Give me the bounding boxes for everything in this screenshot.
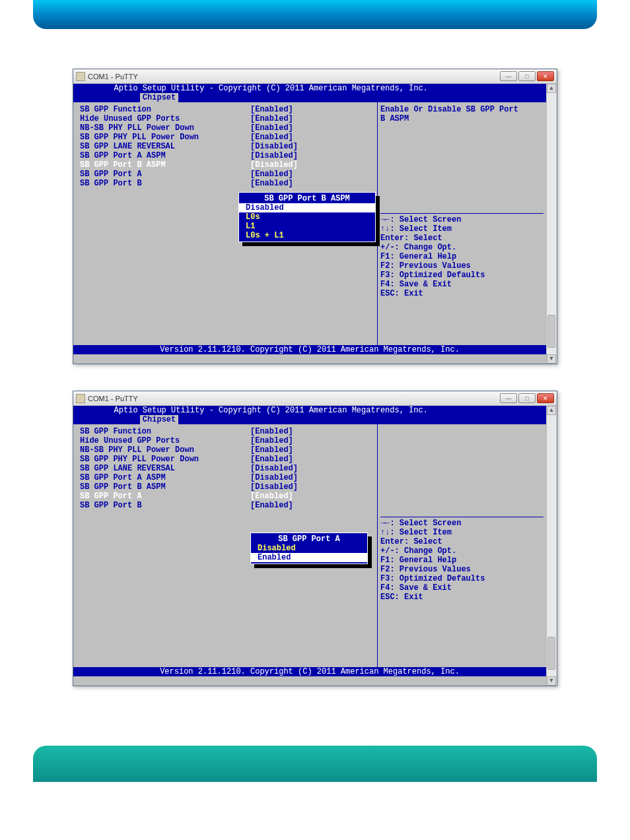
document-content: COM1 - PuTTY — □ ✕ Aptio Setup Utility -… (0, 29, 630, 746)
popup-option[interactable]: L1 (243, 222, 371, 231)
bios-header: Aptio Setup Utility - Copyright (C) 2011… (73, 406, 546, 415)
nav-hint: F3: Optimized Defaults (380, 271, 543, 280)
bios-footer: Version 2.11.1210. Copyright (C) 2011 Am… (73, 667, 546, 676)
nav-hint: F1: General Help (380, 556, 543, 565)
help-panel: Enable Or Disable SB GPP Port B ASPM →←:… (377, 102, 546, 345)
setting-row[interactable]: Hide Unused GPP Ports[Enabled] (80, 114, 374, 123)
nav-hint: Enter: Select (380, 537, 543, 546)
window-titlebar[interactable]: COM1 - PuTTY — □ ✕ (73, 69, 557, 84)
setting-row[interactable]: NB-SB PHY PLL Power Down[Enabled] (80, 445, 374, 455)
maximize-button[interactable]: □ (518, 393, 536, 403)
terminal-area: Aptio Setup Utility - Copyright (C) 2011… (73, 406, 557, 686)
nav-hint: →←: Select Screen (380, 215, 543, 224)
bios-tab-row: Chipset (73, 93, 546, 102)
window-titlebar[interactable]: COM1 - PuTTY — □ ✕ (73, 391, 557, 406)
tab-chipset[interactable]: Chipset (140, 93, 178, 102)
nav-hint: F4: Save & Exit (380, 583, 543, 593)
scroll-thumb[interactable] (547, 315, 555, 348)
close-button[interactable]: ✕ (537, 393, 554, 403)
popup-title: SB GPP Port A (255, 534, 363, 544)
popup-title: SB GPP Port B ASPM (243, 194, 371, 203)
setting-row[interactable]: SB GPP PHY PLL Power Down[Enabled] (80, 133, 374, 142)
nav-hint: ESC: Exit (380, 289, 543, 298)
nav-hint: ESC: Exit (380, 593, 543, 602)
popup-option[interactable]: Disabled (255, 544, 363, 553)
nav-hint: ↑↓: Select Item (380, 528, 543, 537)
nav-hint: Enter: Select (380, 234, 543, 243)
scroll-up-icon[interactable]: ▲ (547, 84, 556, 93)
setting-row[interactable]: Hide Unused GPP Ports[Enabled] (80, 436, 374, 445)
popup-option-selected[interactable]: Disabled (239, 203, 375, 212)
setting-row-selected[interactable]: SB GPP Port B ASPM[Disabled] (80, 160, 374, 170)
bios-footer: Version 2.11.1210. Copyright (C) 2011 Am… (73, 345, 546, 354)
setting-row[interactable]: SB GPP Function[Enabled] (80, 427, 374, 436)
popup-port-a: SB GPP Port A Disabled Enabled (250, 533, 368, 564)
setting-row[interactable]: SB GPP Port B[Enabled] (80, 179, 374, 188)
popup-aspm: SB GPP Port B ASPM Disabled L0s L1 L0s +… (238, 192, 376, 242)
vertical-scrollbar[interactable]: ▲ ▼ (546, 84, 557, 364)
window-title: COM1 - PuTTY (88, 395, 138, 403)
popup-option[interactable]: L0s (243, 212, 371, 222)
vertical-scrollbar[interactable]: ▲ ▼ (546, 406, 557, 686)
scroll-thumb[interactable] (547, 637, 555, 670)
help-panel: →←: Select Screen ↑↓: Select Item Enter:… (377, 424, 546, 667)
scroll-down-icon[interactable]: ▼ (547, 354, 556, 364)
page-footer-banner (33, 746, 597, 782)
setting-row[interactable]: NB-SB PHY PLL Power Down[Enabled] (80, 123, 374, 133)
terminal-area: Aptio Setup Utility - Copyright (C) 2011… (73, 84, 557, 364)
scroll-up-icon[interactable]: ▲ (547, 406, 556, 415)
putty-icon (76, 72, 85, 81)
close-button[interactable]: ✕ (537, 71, 554, 81)
setting-row[interactable]: SB GPP Function[Enabled] (80, 105, 374, 114)
bios-tab-row: Chipset (73, 415, 546, 424)
popup-option-selected[interactable]: Enabled (251, 553, 367, 562)
putty-window-1: COM1 - PuTTY — □ ✕ Aptio Setup Utility -… (73, 69, 557, 364)
minimize-button[interactable]: — (500, 71, 517, 81)
scroll-down-icon[interactable]: ▼ (547, 676, 556, 686)
window-title: COM1 - PuTTY (88, 73, 138, 81)
bios-header: Aptio Setup Utility - Copyright (C) 2011… (73, 84, 546, 93)
nav-hint: +/-: Change Opt. (380, 243, 543, 252)
help-text: Enable Or Disable SB GPP Port (380, 105, 543, 114)
nav-hint: F2: Previous Values (380, 565, 543, 574)
nav-hint: →←: Select Screen (380, 519, 543, 528)
tab-chipset[interactable]: Chipset (140, 415, 178, 424)
setting-row[interactable]: SB GPP Port B ASPM[Disabled] (80, 482, 374, 492)
putty-window-2: COM1 - PuTTY — □ ✕ Aptio Setup Utility -… (73, 391, 557, 686)
nav-hint: F3: Optimized Defaults (380, 574, 543, 583)
putty-icon (76, 394, 85, 403)
setting-row[interactable]: SB GPP Port A ASPM[Disabled] (80, 473, 374, 482)
setting-row[interactable]: SB GPP Port A[Enabled] (80, 170, 374, 179)
minimize-button[interactable]: — (500, 393, 517, 403)
setting-row[interactable]: SB GPP Port A ASPM[Disabled] (80, 151, 374, 160)
nav-hint: F1: General Help (380, 252, 543, 261)
nav-hint: F4: Save & Exit (380, 280, 543, 289)
setting-row[interactable]: SB GPP LANE REVERSAL[Disabled] (80, 464, 374, 473)
help-text: B ASPM (380, 114, 543, 123)
maximize-button[interactable]: □ (518, 71, 536, 81)
popup-option[interactable]: L0s + L1 (243, 231, 371, 240)
setting-row[interactable]: SB GPP PHY PLL Power Down[Enabled] (80, 455, 374, 464)
nav-hint: +/-: Change Opt. (380, 546, 543, 556)
setting-row[interactable]: SB GPP LANE REVERSAL[Disabled] (80, 142, 374, 151)
nav-hint: ↑↓: Select Item (380, 224, 543, 234)
page-header-banner (33, 0, 597, 29)
nav-hint: F2: Previous Values (380, 261, 543, 271)
setting-row-selected[interactable]: SB GPP Port A[Enabled] (80, 492, 374, 501)
setting-row[interactable]: SB GPP Port B[Enabled] (80, 501, 374, 510)
